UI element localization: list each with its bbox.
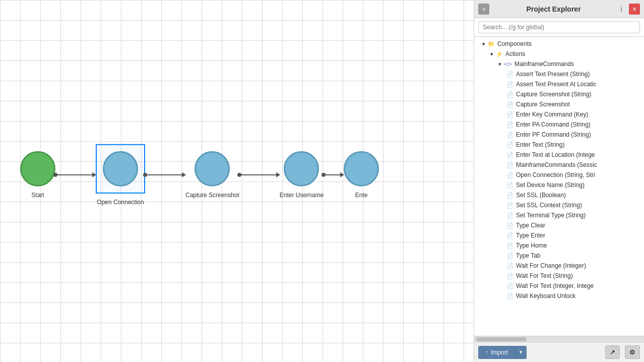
tree-item-enter-text-string[interactable]: 📄 Enter Text (String): [474, 140, 644, 150]
tree-item-enter-key-command[interactable]: 📄 Enter Key Command (Key): [474, 109, 644, 119]
tree-item-capture-screenshot[interactable]: 📄 Capture Screenshot: [474, 99, 644, 109]
tree-item-components[interactable]: ▾ 📁 Components: [474, 39, 644, 49]
wait-keyboard-unlock-label: Wait Keyboard Unlock: [516, 292, 575, 299]
arrow-1: [55, 157, 96, 193]
tree-item-type-home[interactable]: 📄 Type Home: [474, 240, 644, 251]
doc-icon-23: 📄: [506, 293, 513, 299]
search-bar: [474, 18, 644, 37]
doc-icon-3: 📄: [506, 91, 513, 98]
tree-item-enter-pa-command[interactable]: 📄 Enter PA Command (String): [474, 119, 644, 130]
tree-item-set-terminal-type[interactable]: 📄 Set Terminal Type (String): [474, 210, 644, 220]
doc-icon-15: 📄: [506, 212, 513, 219]
components-label: Components: [497, 40, 532, 47]
panel-toggle-button[interactable]: «: [478, 4, 489, 15]
horizontal-scrollbar[interactable]: [474, 336, 644, 342]
flow-node-enter-username[interactable]: Enter Username: [280, 151, 324, 199]
doc-icon-16: 📄: [506, 222, 513, 229]
tree-item-actions[interactable]: ▾ ⚡ Actions: [474, 49, 644, 59]
open-connection-label2: Open Connection (String, Stri: [516, 171, 595, 178]
actions-chevron: ▾: [490, 51, 493, 57]
doc-icon-22: 📄: [506, 283, 513, 289]
import-group: ↑ Import ▾: [478, 346, 527, 359]
actions-label: Actions: [505, 50, 525, 57]
partial-label: Ente: [355, 192, 368, 199]
enter-pa-command-label: Enter PA Command (String): [516, 121, 591, 128]
tree-item-enter-pf-command[interactable]: 📄 Enter PF Command (String): [474, 130, 644, 140]
tree-item-capture-screenshot-string[interactable]: 📄 Capture Screenshot (String): [474, 89, 644, 99]
project-explorer-panel: « Project Explorer i × ▾ 📁 Components ▾ …: [474, 0, 644, 362]
tree-item-set-ssl-context[interactable]: 📄 Set SSL Context (String): [474, 200, 644, 210]
panel-info-button[interactable]: i: [616, 4, 627, 15]
tree-container[interactable]: ▾ 📁 Components ▾ ⚡ Actions ▾ </> Mainfra…: [474, 37, 644, 336]
enter-key-command-label: Enter Key Command (Key): [516, 111, 588, 118]
doc-icon-1: 📄: [506, 71, 513, 78]
partial-circle: [344, 151, 379, 187]
assert-text-present-at-location-label: Assert Text Present At Locatic: [516, 81, 596, 88]
doc-icon-18: 📄: [506, 243, 513, 249]
tree-item-type-clear[interactable]: 📄 Type Clear: [474, 220, 644, 230]
export-button[interactable]: ↗: [605, 345, 620, 359]
enter-pf-command-label: Enter PF Command (String): [516, 131, 591, 138]
enter-text-at-location-label: Enter Text at Location (Intege: [516, 151, 595, 158]
import-button[interactable]: ↑ Import: [478, 346, 515, 359]
wait-for-change-label: Wait For Change (Integer): [516, 262, 586, 269]
set-ssl-boolean-label: Set SSL (Boolean): [516, 192, 566, 199]
capture-screenshot-string-label: Capture Screenshot (String): [516, 91, 591, 98]
start-circle: [20, 151, 55, 187]
wait-for-text-string-label: Wait For Text (String): [516, 272, 573, 279]
start-label: Start: [31, 192, 44, 199]
doc-icon-6: 📄: [506, 122, 513, 128]
tree-item-mainframe-commands[interactable]: ▾ </> MainframeCommands: [474, 59, 644, 69]
tree-item-open-connection[interactable]: 📄 Open Connection (String, Stri: [474, 170, 644, 180]
flow-node-open-connection[interactable]: Open Connection: [96, 144, 145, 206]
doc-icon-17: 📄: [506, 232, 513, 239]
tree-item-mainframe-commands-session[interactable]: 📄 MainframeCommands (Sessic: [474, 160, 644, 170]
flow-node-capture-screenshot[interactable]: Capture Screenshot: [185, 151, 239, 199]
arrow-line-4: [324, 174, 344, 175]
flow-canvas[interactable]: Start Open Connection Capture Screenshot: [0, 0, 474, 362]
tree-item-wait-for-change[interactable]: 📄 Wait For Change (Integer): [474, 261, 644, 271]
tree-item-enter-text-at-location[interactable]: 📄 Enter Text at Location (Intege: [474, 150, 644, 160]
doc-icon-8: 📄: [506, 142, 513, 148]
doc-icon-12: 📄: [506, 182, 513, 189]
components-icon: 📁: [488, 41, 495, 47]
tree-item-set-ssl-boolean[interactable]: 📄 Set SSL (Boolean): [474, 190, 644, 200]
tree-item-type-enter[interactable]: 📄 Type Enter: [474, 230, 644, 240]
doc-icon-4: 📄: [506, 101, 513, 108]
flow-node-start[interactable]: Start: [20, 151, 55, 199]
capture-screenshot-label2: Capture Screenshot: [516, 101, 570, 108]
tree-item-wait-for-text-integer[interactable]: 📄 Wait For Text (Integer, Intege: [474, 281, 644, 291]
tree-item-type-tab[interactable]: 📄 Type Tab: [474, 251, 644, 261]
enter-text-string-label: Enter Text (String): [516, 141, 564, 148]
arrow-line-3: [239, 174, 280, 175]
search-input[interactable]: [478, 21, 640, 33]
doc-icon-7: 📄: [506, 132, 513, 138]
tree-item-wait-for-text-string[interactable]: 📄 Wait For Text (String): [474, 271, 644, 281]
tree-item-assert-text-present-at-location[interactable]: 📄 Assert Text Present At Locatic: [474, 79, 644, 89]
doc-icon-10: 📄: [506, 162, 513, 168]
actions-icon: ⚡: [496, 51, 503, 57]
panel-close-button[interactable]: ×: [629, 4, 640, 15]
doc-icon-13: 📄: [506, 192, 513, 199]
set-terminal-type-label: Set Terminal Type (String): [516, 212, 586, 219]
tree-item-assert-text-present-string[interactable]: 📄 Assert Text Present (String): [474, 69, 644, 79]
mainframe-commands-session-label: MainframeCommands (Sessic: [516, 161, 597, 168]
h-scroll-thumb[interactable]: [476, 337, 527, 341]
mainframe-icon: </>: [504, 61, 512, 67]
type-tab-label: Type Tab: [516, 252, 540, 259]
settings-button[interactable]: ⚙: [625, 345, 640, 359]
flow-node-partial[interactable]: Ente: [344, 151, 379, 199]
mainframe-chevron: ▾: [498, 61, 501, 68]
tree-item-wait-keyboard-unlock[interactable]: 📄 Wait Keyboard Unlock: [474, 291, 644, 301]
panel-header: « Project Explorer i ×: [474, 0, 644, 18]
wait-for-text-integer-label: Wait For Text (Integer, Intege: [516, 282, 594, 289]
set-device-name-label: Set Device Name (String): [516, 182, 585, 189]
import-dropdown-button[interactable]: ▾: [515, 346, 527, 359]
capture-screenshot-label: Capture Screenshot: [185, 192, 239, 199]
doc-icon-11: 📄: [506, 172, 513, 178]
doc-icon-5: 📄: [506, 111, 513, 118]
arrow-2: [145, 157, 185, 193]
doc-icon-19: 📄: [506, 253, 513, 259]
tree-item-set-device-name[interactable]: 📄 Set Device Name (String): [474, 180, 644, 190]
doc-icon-14: 📄: [506, 202, 513, 209]
